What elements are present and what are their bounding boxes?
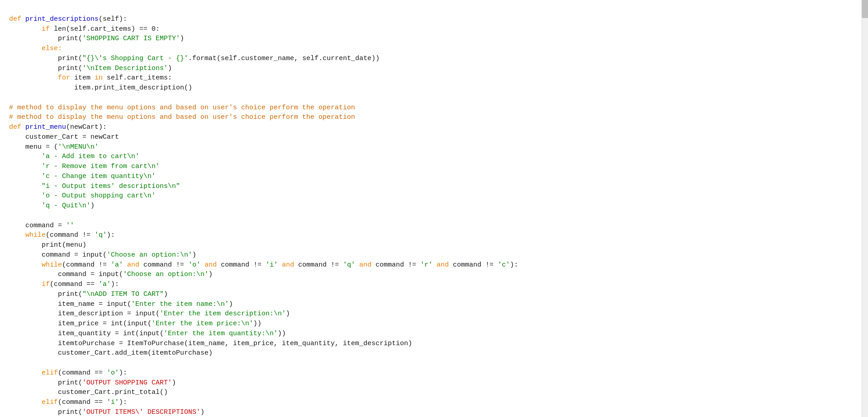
code-line: command = input('Choose an option:\n') [0, 270, 868, 280]
scrollbar[interactable] [862, 0, 868, 417]
code-line: if len(self.cart_items) == 0: [0, 24, 868, 34]
code-line: elif(command == 'i'): [0, 398, 868, 408]
code-line: print('SHOPPING CART IS EMPTY') [0, 34, 868, 44]
code-line: print(menu) [0, 240, 868, 250]
code-line: 'a - Add item to cart\n' [0, 152, 868, 162]
code-line: customer_Cart.add_item(itemtoPurchase) [0, 348, 868, 358]
code-line: item_quantity = int(input('Enter the ite… [0, 329, 868, 339]
code-line: menu = ('\nMENU\n' [0, 142, 868, 152]
code-line: command = input('Choose an option:\n') [0, 250, 868, 260]
code-editor: def print_descriptions(self): if len(sel… [0, 0, 868, 417]
code-line: elif(command == 'o'): [0, 368, 868, 378]
code-line: def print_descriptions(self): [0, 14, 868, 24]
code-line: customer_Cart = newCart [0, 132, 868, 142]
code-line: while(command != 'a' and command != 'o' … [0, 260, 868, 270]
code-line: for item in self.cart_items: [0, 73, 868, 83]
code-line: 'q - Quit\n') [0, 201, 868, 211]
code-line: command = '' [0, 221, 868, 231]
code-line: "i - Output items' descriptions\n" [0, 182, 868, 192]
code-line [0, 93, 868, 103]
code-line: item.print_item_description() [0, 83, 868, 93]
code-line: print('OUTPUT ITEMS\' DESCRIPTIONS') [0, 408, 868, 417]
code-line [0, 211, 868, 221]
code-line: # method to display the menu options and… [0, 112, 868, 122]
scrollbar-thumb[interactable] [862, 0, 868, 18]
code-line: item_name = input('Enter the item name:\… [0, 300, 868, 309]
code-line: itemtoPurchase = ItemToPurchase(item_nam… [0, 339, 868, 349]
code-line: 'c - Change item quantity\n' [0, 172, 868, 182]
code-line [0, 358, 868, 368]
code-line: while(command != 'q'): [0, 230, 868, 240]
code-line: print('OUTPUT SHOPPING CART') [0, 378, 868, 388]
code-line: else: [0, 44, 868, 54]
code-line: item_description = input('Enter the item… [0, 309, 868, 319]
code-line: 'o - Output shopping cart\n' [0, 191, 868, 201]
code-line: item_price = int(input('Enter the item p… [0, 319, 868, 329]
code-line: print("{}\'s Shopping Cart - {}'.format(… [0, 54, 868, 64]
code-line: customer_Cart.print_total() [0, 388, 868, 398]
code-line: print('\nItem Descriptions') [0, 64, 868, 74]
code-line: if(command == 'a'): [0, 280, 868, 290]
code-line: 'r - Remove item from cart\n' [0, 162, 868, 172]
code-line: def print_menu(newCart): [0, 122, 868, 132]
code-line: print("\nADD ITEM TO CART") [0, 290, 868, 300]
code-line: # method to display the menu options and… [0, 103, 868, 113]
